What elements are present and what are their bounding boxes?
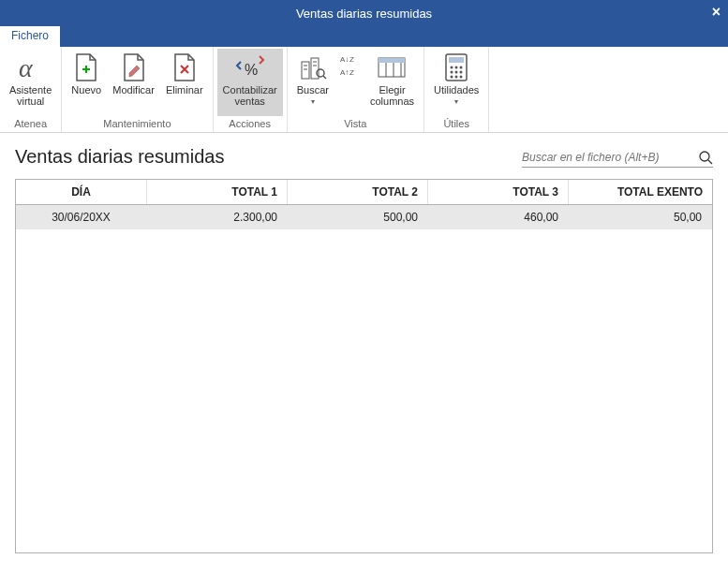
col-header-total2[interactable]: TOTAL 2 — [288, 180, 428, 204]
group-label-vista: Vista — [291, 116, 420, 132]
cell-total2: 500,00 — [288, 205, 428, 229]
chevron-down-icon: ▾ — [311, 96, 315, 108]
group-label-acciones: Acciones — [217, 116, 283, 132]
cell-dia: 30/06/20XX — [16, 205, 147, 229]
ribbon-group-utiles: Utilidades ▾ Útiles — [424, 47, 489, 132]
svg-text:A↓: A↓ — [340, 55, 349, 64]
svg-rect-20 — [449, 57, 464, 63]
svg-point-21 — [451, 66, 453, 69]
sort-az-icon: A↓A↑ZZ — [340, 52, 359, 82]
svg-point-23 — [460, 66, 463, 69]
window-title: Ventas diarias resumidas — [296, 7, 432, 21]
svg-point-30 — [700, 152, 709, 161]
search-icon[interactable] — [698, 150, 713, 165]
utilidades-button[interactable]: Utilidades ▾ — [428, 49, 484, 116]
elegir-label-2: columnas — [370, 96, 414, 107]
svg-text:α: α — [19, 53, 34, 82]
ribbon-group-mantenimiento: Nuevo Modificar Eliminar Mantenimiento — [62, 47, 213, 132]
ribbon-group-acciones: % Contabilizar ventas Acciones — [214, 47, 288, 132]
tab-fichero[interactable]: Fichero — [0, 26, 60, 47]
searchbox[interactable] — [522, 150, 713, 168]
eliminar-label: Eliminar — [166, 84, 203, 96]
asistente-label-1: Asistente — [9, 84, 52, 96]
grid-header: DÍA TOTAL 1 TOTAL 2 TOTAL 3 TOTAL EXENTO — [16, 180, 712, 205]
col-header-total1[interactable]: TOTAL 1 — [147, 180, 288, 204]
close-icon[interactable]: × — [712, 4, 721, 21]
ribbon-group-atenea: α Asistente virtual Atenea — [0, 47, 62, 132]
col-header-exento[interactable]: TOTAL EXENTO — [569, 180, 712, 204]
col-header-dia[interactable]: DÍA — [16, 180, 147, 204]
group-label-utiles: Útiles — [428, 116, 484, 132]
content-area: Ventas diarias resumidas DÍA TOTAL 1 TOT… — [0, 133, 728, 563]
svg-rect-2 — [302, 62, 309, 79]
buscar-button[interactable]: Buscar ▾ — [291, 49, 334, 116]
titlebar: Ventas diarias resumidas × — [0, 0, 728, 26]
nuevo-button[interactable]: Nuevo — [66, 49, 107, 116]
sort-az-button[interactable]: A↓A↑ZZ — [334, 49, 364, 116]
percent-arrows-icon: % — [235, 52, 265, 82]
svg-point-8 — [317, 69, 324, 77]
document-new-icon — [71, 52, 101, 82]
svg-line-9 — [323, 76, 326, 79]
tabstrip: Fichero — [0, 26, 728, 47]
contabilizar-label-2: ventas — [234, 96, 264, 107]
contabilizar-ventas-button[interactable]: % Contabilizar ventas — [217, 49, 283, 116]
group-label-atenea: Atenea — [4, 116, 57, 132]
search-input[interactable] — [522, 151, 691, 164]
utilidades-label: Utilidades — [434, 84, 479, 96]
contabilizar-label-1: Contabilizar — [223, 84, 277, 96]
svg-point-22 — [455, 66, 458, 69]
svg-text:Z: Z — [349, 55, 354, 64]
elegir-columnas-button[interactable]: Elegir columnas — [364, 49, 420, 116]
modificar-label: Modificar — [112, 84, 155, 96]
svg-rect-18 — [379, 58, 405, 63]
elegir-label-1: Elegir — [379, 84, 405, 96]
page-title: Ventas diarias resumidas — [15, 146, 224, 168]
svg-text:A↑: A↑ — [340, 68, 349, 77]
ribbon: α Asistente virtual Atenea Nuevo — [0, 47, 728, 133]
buildings-search-icon — [298, 52, 328, 82]
buscar-label: Buscar — [297, 84, 329, 96]
cell-total3: 460,00 — [428, 205, 569, 229]
col-header-total3[interactable]: TOTAL 3 — [428, 180, 569, 204]
nuevo-label: Nuevo — [71, 84, 101, 96]
group-label-mantenimiento: Mantenimiento — [66, 116, 208, 132]
cell-total1: 2.300,00 — [147, 205, 288, 229]
modificar-button[interactable]: Modificar — [107, 49, 160, 116]
ribbon-group-vista: Buscar ▾ A↓A↑ZZ Elegir columnas Vista — [288, 47, 424, 132]
svg-point-26 — [460, 71, 463, 74]
document-edit-icon — [119, 52, 149, 82]
svg-point-29 — [460, 76, 463, 79]
data-grid: DÍA TOTAL 1 TOTAL 2 TOTAL 3 TOTAL EXENTO… — [15, 179, 713, 553]
document-delete-icon — [170, 52, 200, 82]
asistente-label-2: virtual — [17, 96, 44, 107]
svg-point-24 — [451, 71, 453, 74]
calculator-icon — [441, 52, 471, 82]
svg-text:Z: Z — [349, 68, 354, 77]
cell-exento: 50,00 — [569, 205, 712, 229]
svg-point-25 — [455, 71, 458, 74]
eliminar-button[interactable]: Eliminar — [160, 49, 209, 116]
svg-line-31 — [708, 160, 712, 164]
asistente-virtual-button[interactable]: α Asistente virtual — [4, 49, 57, 116]
svg-text:%: % — [245, 62, 258, 78]
svg-point-27 — [451, 76, 453, 79]
columns-icon — [377, 52, 407, 82]
svg-point-28 — [455, 76, 458, 79]
alpha-icon: α — [16, 52, 46, 82]
table-row[interactable]: 30/06/20XX 2.300,00 500,00 460,00 50,00 — [16, 205, 712, 229]
chevron-down-icon: ▾ — [454, 96, 458, 108]
